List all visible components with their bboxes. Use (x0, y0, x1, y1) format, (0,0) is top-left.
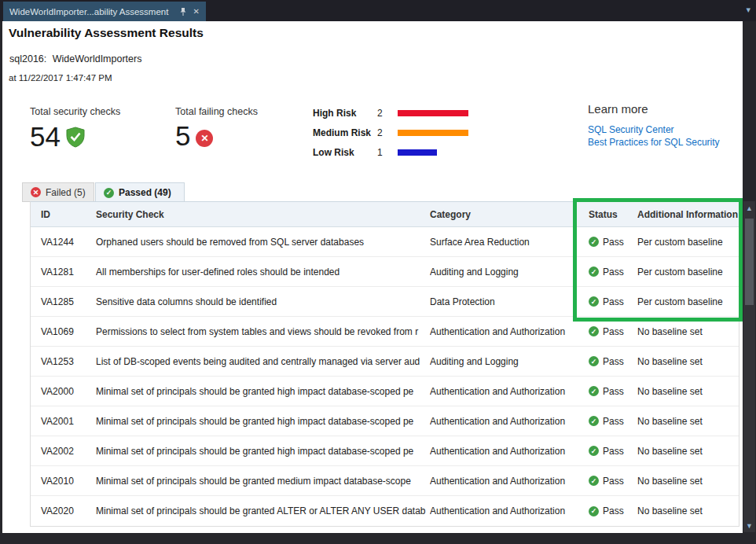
results-table: ID Security Check Category Status Additi… (30, 201, 739, 527)
column-header-additional-information: Additional Information (637, 209, 739, 220)
cell-status-label: Pass (603, 446, 624, 457)
cell-info: Per custom baseline (637, 237, 739, 248)
cell-status: ✓ Pass (589, 266, 637, 278)
cell-check: All memberships for user-defined roles s… (96, 266, 430, 278)
cell-check: Sensitive data columns should be identif… (96, 296, 430, 307)
chevron-down-icon[interactable]: ▾ (746, 6, 750, 14)
document-tab[interactable]: WideWorldImporter...ability Assessment ✕ (3, 2, 206, 21)
table-row[interactable]: VA2001 Minimal set of principals should … (31, 406, 739, 436)
table-row[interactable]: VA2010 Minimal set of principals should … (31, 466, 739, 496)
scroll-down-icon[interactable]: ▼ (743, 520, 755, 531)
cell-id: VA2001 (31, 416, 96, 427)
scrollbar-thumb[interactable] (745, 219, 754, 305)
pin-icon[interactable] (179, 7, 187, 17)
cell-category: Surface Area Reduction (430, 237, 589, 248)
cell-id: VA1281 (31, 266, 96, 278)
cell-status-label: Pass (603, 476, 624, 487)
table-row[interactable]: VA2020 Minimal set of principals should … (31, 496, 739, 526)
learn-more-section: Learn more SQL Security Center Best Prac… (588, 102, 720, 149)
cell-id: VA2010 (31, 476, 96, 487)
risk-row: Medium Risk 2 (313, 123, 468, 142)
cell-status-label: Pass (603, 356, 624, 367)
risk-bar (398, 130, 468, 136)
cell-info: No baseline set (637, 326, 739, 337)
failed-tab-label: Failed (5) (46, 187, 86, 198)
cell-info: No baseline set (637, 476, 739, 487)
table-row[interactable]: VA2000 Minimal set of principals should … (31, 377, 739, 406)
cell-status: ✓ Pass (589, 446, 637, 457)
pass-icon: ✓ (589, 476, 599, 486)
risk-bar (398, 110, 468, 116)
fail-cross-icon: ✕ (196, 130, 213, 147)
cell-check: Minimal set of principals should be gran… (96, 416, 430, 427)
cell-status-label: Pass (603, 416, 624, 427)
pass-icon: ✓ (589, 386, 599, 396)
scroll-up-icon[interactable]: ▲ (743, 202, 755, 214)
results-rows: VA1244 Orphaned users should be removed … (31, 227, 739, 526)
passed-tab-label: Passed (49) (119, 187, 171, 198)
cell-check: Minimal set of principals should be gran… (96, 446, 430, 457)
column-header-id: ID (31, 209, 96, 220)
page-title: Vulnerability Assessment Results (9, 26, 204, 40)
table-header-row: ID Security Check Category Status Additi… (31, 202, 739, 227)
cell-check: List of DB-scoped events being audited a… (96, 356, 430, 367)
table-row[interactable]: VA2002 Minimal set of principals should … (31, 436, 739, 466)
database-name: WideWorldImporters (53, 53, 142, 64)
risk-count: 1 (377, 147, 395, 158)
learn-more-title: Learn more (588, 102, 720, 116)
risk-row: Low Risk 1 (313, 142, 468, 162)
tab-failed[interactable]: ✕ Failed (5) (22, 182, 94, 202)
document-tab-title: WideWorldImporter...ability Assessment (9, 7, 173, 17)
cell-status: ✓ Pass (589, 476, 637, 487)
risk-label: High Risk (313, 108, 377, 119)
cell-status: ✓ Pass (589, 326, 637, 337)
failing-checks-label: Total failing checks (175, 106, 258, 117)
cell-category: Authentication and Authorization (430, 326, 589, 337)
risk-count: 2 (377, 108, 395, 119)
cell-status-label: Pass (603, 237, 624, 248)
close-icon[interactable]: ✕ (193, 8, 200, 16)
pass-icon: ✓ (589, 237, 599, 247)
table-row[interactable]: VA1253 List of DB-scoped events being au… (31, 347, 739, 377)
cell-info: Per custom baseline (637, 296, 739, 307)
failing-checks-metric: Total failing checks 5 ✕ (175, 106, 258, 149)
table-row[interactable]: VA1281 All memberships for user-defined … (31, 257, 739, 287)
table-row[interactable]: VA1244 Orphaned users should be removed … (31, 227, 739, 257)
app-window: WideWorldImporter...ability Assessment ✕… (0, 0, 756, 544)
cell-check: Minimal set of principals should be gran… (96, 476, 430, 487)
pass-icon: ✓ (589, 506, 599, 516)
cell-info: Per custom baseline (637, 266, 739, 278)
cell-id: VA1244 (31, 237, 96, 248)
cell-check: Permissions to select from system tables… (96, 326, 430, 337)
cell-id: VA1253 (31, 356, 96, 367)
tab-passed[interactable]: ✓ Passed (49) (95, 182, 185, 202)
shield-check-icon (66, 127, 85, 151)
table-row[interactable]: VA1069 Permissions to select from system… (31, 317, 739, 347)
total-checks-value: 54 (30, 123, 61, 150)
column-header-category: Category (430, 209, 589, 220)
cell-status: ✓ Pass (589, 386, 637, 397)
cell-status: ✓ Pass (589, 505, 637, 516)
failed-tab-icon: ✕ (31, 187, 41, 197)
cell-category: Authentication and Authorization (430, 386, 589, 397)
risk-label: Low Risk (313, 147, 377, 158)
cell-info: No baseline set (637, 416, 739, 427)
column-header-security-check: Security Check (96, 209, 430, 220)
total-checks-metric: Total security checks 54 (30, 106, 120, 151)
cell-category: Authentication and Authorization (430, 505, 589, 516)
total-checks-label: Total security checks (30, 106, 120, 117)
cell-status-label: Pass (603, 505, 624, 516)
cell-category: Authentication and Authorization (430, 416, 589, 427)
vertical-scrollbar[interactable]: ▲ ▼ (743, 201, 755, 532)
pass-icon: ✓ (589, 326, 599, 336)
cell-status: ✓ Pass (589, 356, 637, 367)
link-best-practices[interactable]: Best Practices for SQL Security (588, 137, 720, 149)
cell-id: VA2000 (31, 386, 96, 397)
risk-count: 2 (377, 127, 395, 138)
pass-icon: ✓ (589, 296, 599, 307)
risk-label: Medium Risk (313, 127, 377, 138)
passed-tab-icon: ✓ (104, 188, 114, 198)
cell-status: ✓ Pass (589, 237, 637, 248)
table-row[interactable]: VA1285 Sensitive data columns should be … (31, 287, 739, 317)
link-sql-security-center[interactable]: SQL Security Center (588, 124, 720, 137)
